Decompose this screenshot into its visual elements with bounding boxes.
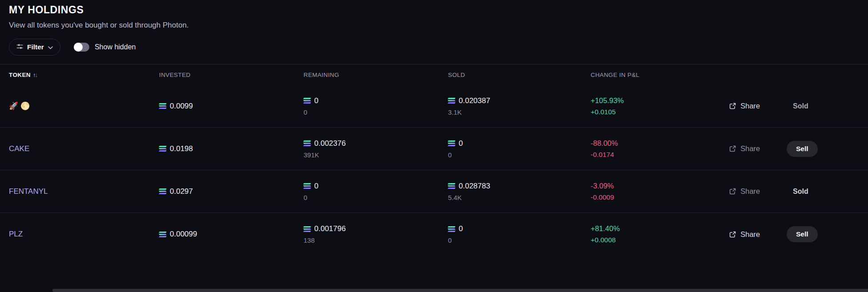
action-cell: Sell [787, 226, 840, 242]
remaining-token-amount: 138 [304, 236, 448, 244]
horizontal-scrollbar[interactable] [0, 289, 868, 292]
token-name[interactable]: PLZ [9, 230, 23, 238]
sold-token-amount: 0 [448, 151, 591, 159]
share-label: Share [740, 102, 760, 110]
solana-icon [159, 103, 166, 109]
solana-icon [159, 146, 166, 152]
table-row: PLZ 0.00099 0.001796 138 0 0 +81.40% +0.… [0, 213, 868, 256]
sell-button[interactable]: Sell [787, 141, 818, 157]
share-button[interactable]: Share [729, 230, 760, 239]
invested-cell: 0.0198 [159, 144, 304, 153]
remaining-cell: 0 0 [304, 182, 448, 201]
controls-bar: Filter Show hidden [0, 39, 868, 56]
solana-icon [304, 226, 311, 232]
page-subtitle: View all tokens you've bought or sold th… [0, 16, 868, 30]
chevron-down-icon [48, 44, 53, 51]
solana-icon [304, 183, 311, 189]
sold-cell: 0 0 [448, 139, 591, 159]
sell-button[interactable]: Sell [787, 226, 818, 242]
show-hidden-label: Show hidden [95, 43, 136, 51]
solana-icon [448, 226, 455, 232]
remaining-cell: 0 0 [304, 96, 448, 116]
token-cell: CAKE [9, 144, 159, 153]
sliders-icon [16, 43, 23, 51]
table-header-row: TOKEN ↑↓ INVESTED REMAINING SOLD CHANGE … [0, 64, 868, 85]
sold-cell: 0.020387 3.1K [448, 96, 591, 116]
pnl-cell: -3.09% -0.0009 [591, 182, 729, 201]
header-remaining[interactable]: REMAINING [304, 72, 448, 78]
pnl-cell: -88.00% -0.0174 [591, 139, 729, 159]
sold-sol-value: 0.020387 [459, 96, 490, 105]
sold-status-label: Sold [787, 102, 808, 110]
external-link-icon [729, 188, 736, 195]
remaining-cell: 0.002376 391K [304, 139, 448, 159]
share-cell: Share [729, 144, 787, 153]
action-cell: Sold [787, 188, 840, 196]
filter-label: Filter [27, 43, 44, 51]
action-cell: Sold [787, 102, 840, 110]
share-button[interactable]: Share [729, 187, 760, 196]
solana-icon [304, 98, 311, 104]
token-name[interactable]: 🚀 🌕 [9, 102, 30, 110]
table-row: CAKE 0.0198 0.002376 391K 0 0 -88.00% -0… [0, 128, 868, 170]
header-pnl[interactable]: CHANGE IN P&L [591, 72, 729, 78]
external-link-icon [729, 145, 736, 152]
token-name[interactable]: FENTANYL [9, 187, 48, 196]
scrollbar-thumb[interactable] [52, 289, 868, 292]
share-cell: Share [729, 102, 787, 110]
remaining-token-amount: 391K [304, 151, 448, 159]
share-cell: Share [729, 230, 787, 239]
solana-icon [448, 98, 455, 104]
sold-status-label: Sold [787, 188, 808, 196]
remaining-cell: 0.001796 138 [304, 224, 448, 244]
filter-button[interactable]: Filter [9, 39, 60, 56]
page-title: MY HOLDINGS [0, 0, 868, 16]
external-link-icon [729, 102, 736, 110]
solana-icon [448, 140, 455, 146]
solana-icon [448, 183, 455, 189]
holdings-table: TOKEN ↑↓ INVESTED REMAINING SOLD CHANGE … [0, 64, 868, 256]
remaining-token-amount: 0 [304, 194, 448, 201]
sold-sol-value: 0 [459, 139, 463, 148]
remaining-sol-value: 0 [314, 182, 318, 191]
header-token[interactable]: TOKEN ↑↓ [9, 72, 159, 78]
sold-token-amount: 0 [448, 236, 591, 244]
action-cell: Sell [787, 141, 840, 157]
show-hidden-group: Show hidden [74, 43, 136, 52]
pnl-percent: +81.40% [591, 224, 729, 233]
remaining-sol-value: 0.002376 [314, 139, 346, 148]
toggle-knob [74, 43, 83, 52]
token-cell: PLZ [9, 230, 159, 239]
pnl-percent: -3.09% [591, 182, 729, 190]
sold-token-amount: 3.1K [448, 108, 591, 116]
header-token-label: TOKEN [9, 72, 31, 78]
remaining-token-amount: 0 [304, 108, 448, 116]
share-button[interactable]: Share [729, 102, 760, 110]
token-cell: 🚀 🌕 [9, 101, 159, 111]
solana-icon [159, 188, 166, 194]
table-body: 🚀 🌕 0.0099 0 0 0.020387 3.1K +105.93% +0… [0, 85, 868, 256]
share-button[interactable]: Share [729, 144, 760, 153]
pnl-percent: -88.00% [591, 139, 729, 148]
sold-sol-value: 0 [459, 224, 463, 233]
invested-value: 0.0099 [170, 102, 193, 111]
invested-value: 0.0297 [170, 187, 193, 196]
table-row: FENTANYL 0.0297 0 0 0.028783 5.4K -3.09%… [0, 170, 868, 213]
remaining-sol-value: 0.001796 [314, 224, 346, 233]
sold-sol-value: 0.028783 [459, 182, 490, 191]
pnl-sol-value: +0.0105 [591, 108, 729, 116]
pnl-sol-value: -0.0009 [591, 193, 729, 201]
token-name[interactable]: CAKE [9, 144, 29, 153]
header-sold[interactable]: SOLD [448, 72, 591, 78]
share-cell: Share [729, 187, 787, 196]
show-hidden-toggle[interactable] [74, 43, 89, 52]
pnl-sol-value: -0.0174 [591, 151, 729, 159]
invested-cell: 0.00099 [159, 230, 304, 239]
share-label: Share [740, 187, 760, 196]
share-label: Share [740, 230, 760, 239]
table-row: 🚀 🌕 0.0099 0 0 0.020387 3.1K +105.93% +0… [0, 85, 868, 128]
sold-cell: 0.028783 5.4K [448, 182, 591, 201]
header-invested[interactable]: INVESTED [159, 72, 304, 78]
pnl-cell: +105.93% +0.0105 [591, 96, 729, 116]
external-link-icon [729, 231, 736, 238]
